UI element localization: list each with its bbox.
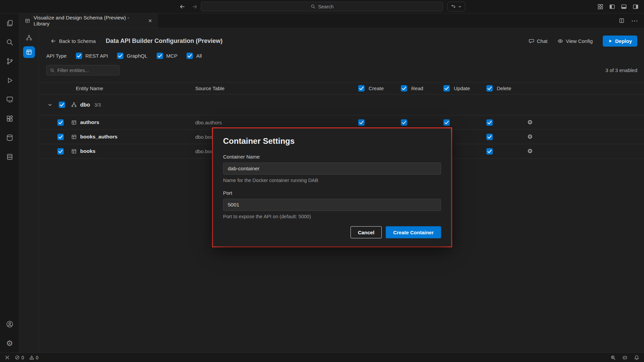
row-settings-gear-icon[interactable]: ⚙ <box>527 119 533 126</box>
deploy-button[interactable]: Deploy <box>603 36 637 47</box>
explorer-icon[interactable] <box>0 13 19 33</box>
editor-actions: ⋯ <box>619 13 644 28</box>
close-icon[interactable]: × <box>147 17 153 24</box>
status-right <box>610 355 639 360</box>
search-label: Search <box>318 4 334 9</box>
filter-entities-input[interactable] <box>57 68 116 73</box>
eye-icon <box>557 38 563 44</box>
delete-checkbox[interactable] <box>486 134 493 140</box>
remote-indicator-icon[interactable] <box>5 355 10 360</box>
errors-icon <box>15 355 20 360</box>
mcp-checkbox[interactable] <box>157 53 163 59</box>
read-header: Read <box>401 85 443 92</box>
update-all-checkbox[interactable] <box>443 85 450 92</box>
schema-group-checkbox[interactable] <box>59 102 65 108</box>
problems-errors[interactable]: 0 <box>15 355 24 360</box>
notifications-bell-icon[interactable] <box>634 355 639 360</box>
table-icon <box>71 120 77 125</box>
chat-button[interactable]: Chat <box>529 38 548 44</box>
create-container-button[interactable]: Create Container <box>386 226 441 238</box>
entity-checkbox[interactable] <box>57 119 64 126</box>
back-label: Back to Schema <box>59 38 96 44</box>
toggle-panel-icon[interactable] <box>621 4 627 10</box>
filter-box <box>46 65 119 75</box>
entity-checkbox[interactable] <box>57 134 64 140</box>
create-all-checkbox[interactable] <box>358 85 365 92</box>
delete-checkbox[interactable] <box>486 148 493 155</box>
source-control-icon[interactable] <box>0 52 19 71</box>
chat-label: Chat <box>537 38 548 44</box>
port-label: Port <box>223 190 441 196</box>
warning-icon <box>29 355 34 360</box>
all-checkbox[interactable] <box>186 53 193 59</box>
entity-checkbox[interactable] <box>57 148 64 155</box>
api-option-rest: REST API <box>76 53 108 59</box>
row-settings-gear-icon[interactable]: ⚙ <box>527 133 533 140</box>
delete-header: Delete <box>486 85 527 92</box>
chevron-down-icon[interactable] <box>47 102 53 108</box>
read-all-checkbox[interactable] <box>401 85 407 92</box>
chevron-down-icon <box>458 5 462 9</box>
container-name-help: Name for the Docker container running DA… <box>223 178 441 183</box>
graphql-checkbox[interactable] <box>117 53 123 59</box>
page-toolbar: Back to Schema Data API Builder Configur… <box>39 28 644 47</box>
schema-designer-tab-icon <box>25 18 30 23</box>
history-nav <box>179 0 198 13</box>
tab-bar: Visualize and Design Schema (Preview) - … <box>19 13 644 28</box>
create-header-label: Create <box>369 85 384 91</box>
zoom-icon[interactable] <box>610 355 616 360</box>
annotation-highlight-box: Container Settings Container Name Name f… <box>212 127 452 247</box>
session-picker-button[interactable] <box>447 2 465 11</box>
read-checkbox[interactable] <box>401 119 407 126</box>
entity-name: books <box>80 148 96 154</box>
api-type-row: API Type REST API GraphQL MCP <box>39 53 644 59</box>
cancel-button[interactable]: Cancel <box>351 226 382 238</box>
tab-title: Visualize and Design Schema (Preview) - … <box>34 15 144 27</box>
search-sidebar-icon[interactable] <box>0 33 19 52</box>
run-debug-icon[interactable] <box>0 71 19 90</box>
forward-arrow-icon[interactable] <box>192 4 198 10</box>
delete-all-checkbox[interactable] <box>486 85 493 92</box>
entity-source: dbo.authors <box>195 120 358 125</box>
copilot-icon[interactable] <box>622 355 628 360</box>
toggle-sidebar-right-icon[interactable] <box>633 4 639 10</box>
search-icon <box>311 4 316 9</box>
database-project-icon[interactable] <box>0 147 19 166</box>
container-name-label: Container Name <box>223 154 441 160</box>
port-input[interactable] <box>223 199 441 211</box>
source-table-header: Source Table <box>195 85 358 91</box>
account-icon[interactable] <box>0 314 19 334</box>
api-option-mcp: MCP <box>157 53 177 59</box>
page-title: Data API Builder Configuration (Preview) <box>106 38 222 45</box>
back-to-schema-link[interactable]: Back to Schema <box>50 38 96 44</box>
delete-checkbox[interactable] <box>486 119 493 126</box>
settings-gear-icon[interactable]: ⚙ <box>0 334 19 353</box>
view-config-button[interactable]: View Config <box>557 38 593 44</box>
sql-database-icon[interactable] <box>0 128 19 147</box>
schema-diagram-view-icon[interactable] <box>22 32 36 44</box>
row-settings-gear-icon[interactable]: ⚙ <box>527 147 533 155</box>
schema-group-name: dbo <box>80 102 90 108</box>
back-arrow-icon[interactable] <box>179 4 185 10</box>
graphql-label: GraphQL <box>127 53 148 59</box>
table-config-view-icon[interactable] <box>23 46 35 58</box>
split-editor-icon[interactable] <box>619 18 625 23</box>
container-name-input[interactable] <box>223 163 441 175</box>
create-checkbox[interactable] <box>358 119 365 126</box>
rest-api-label: REST API <box>86 53 108 59</box>
remote-explorer-disconnected-icon[interactable] <box>0 90 19 109</box>
warnings-count: 0 <box>36 355 39 360</box>
deploy-label: Deploy <box>615 38 632 44</box>
tab-visualize-schema[interactable]: Visualize and Design Schema (Preview) - … <box>19 13 158 28</box>
customize-layout-icon[interactable] <box>597 4 603 10</box>
search-command-center[interactable]: Search <box>201 2 443 11</box>
port-help: Port to expose the API on (default: 5000… <box>223 214 441 219</box>
extensions-icon[interactable] <box>0 109 19 128</box>
play-icon <box>608 39 612 43</box>
rest-api-checkbox[interactable] <box>76 53 82 59</box>
update-checkbox[interactable] <box>443 119 450 126</box>
toggle-sidebar-left-icon[interactable] <box>609 4 615 10</box>
toolbar-right: Chat View Config <box>529 36 637 47</box>
problems-warnings[interactable]: 0 <box>29 355 39 360</box>
all-label: All <box>196 53 202 59</box>
